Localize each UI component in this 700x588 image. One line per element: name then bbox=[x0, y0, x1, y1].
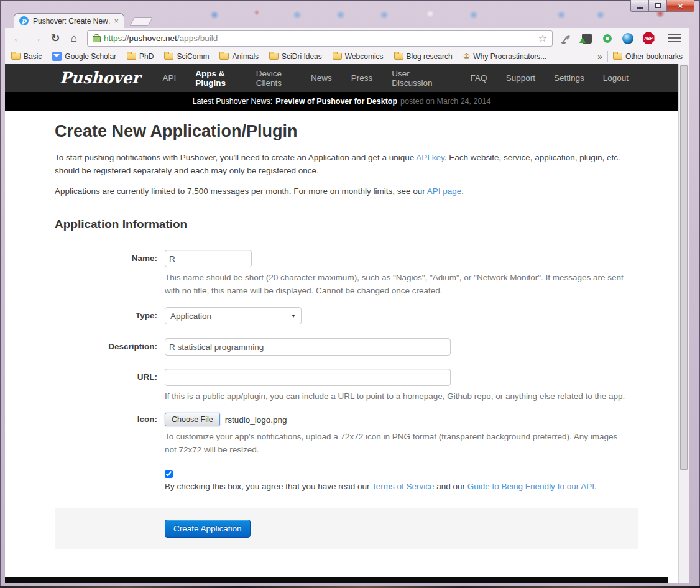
name-input[interactable] bbox=[165, 250, 252, 267]
bookmark-item[interactable]: ♔Why Procrastinators... bbox=[463, 52, 547, 61]
choose-file-button[interactable]: Choose File bbox=[165, 413, 220, 426]
nav-item-faq[interactable]: FAQ bbox=[471, 73, 487, 83]
agree-text-b: and our bbox=[435, 482, 467, 491]
scrollbar-thumb[interactable] bbox=[680, 65, 688, 470]
description-row: Description: bbox=[55, 338, 638, 356]
minimize-icon bbox=[637, 7, 643, 9]
bookmark-item[interactable]: Google Scholar bbox=[52, 52, 116, 61]
name-help: This name should be short (20 character … bbox=[165, 271, 630, 297]
api-key-link[interactable]: API key bbox=[416, 153, 444, 162]
intro-paragraph-2: Applications are currently limited to 7,… bbox=[55, 185, 638, 198]
maximize-button[interactable] bbox=[648, 0, 666, 12]
blue-eye-extension-icon[interactable] bbox=[622, 32, 634, 45]
scrollbar[interactable] bbox=[678, 64, 689, 583]
terms-of-service-link[interactable]: Terms of Service bbox=[372, 482, 435, 491]
pushover-logo[interactable]: Pushover bbox=[60, 64, 140, 92]
bookmarks-overflow-chevron[interactable]: » bbox=[592, 52, 607, 62]
description-label: Description: bbox=[55, 338, 157, 356]
desktop-strip bbox=[0, 586, 700, 588]
form-actions: Create Application bbox=[55, 508, 638, 549]
site-footer-bar bbox=[5, 577, 668, 583]
page-viewport: Pushover API Apps & Plugins Device Clien… bbox=[5, 64, 689, 583]
nav-item-api[interactable]: API bbox=[163, 73, 177, 83]
bookmark-item[interactable]: Basic bbox=[11, 52, 42, 61]
reload-button[interactable]: ↻ bbox=[47, 31, 63, 46]
nav-item-settings[interactable]: Settings bbox=[554, 73, 584, 83]
terms-checkbox[interactable] bbox=[165, 470, 173, 478]
url-label: URL: bbox=[55, 369, 157, 403]
bookmark-star-icon[interactable]: ☆ bbox=[538, 32, 547, 44]
name-row: Name: This name should be short (20 char… bbox=[55, 250, 638, 297]
bookmark-item[interactable]: Webcomics bbox=[333, 52, 384, 61]
chrome-menu-icon[interactable] bbox=[668, 32, 681, 45]
bookmark-item[interactable]: SciComm bbox=[164, 52, 209, 61]
address-bar[interactable]: https://pushover.net/apps/build ☆ bbox=[87, 30, 553, 47]
titlebar[interactable]: p Pushover: Create New Ap × × bbox=[0, 0, 700, 28]
browser-chrome: ← → ↻ ⌂ https://pushover.net/apps/build … bbox=[5, 28, 689, 583]
url-input[interactable] bbox=[165, 369, 451, 386]
navbar-right: FAQ Support Settings Logout bbox=[452, 73, 678, 83]
forward-button[interactable]: → bbox=[29, 31, 45, 46]
other-bookmarks-button[interactable]: Other bookmarks bbox=[613, 52, 683, 61]
close-button[interactable]: × bbox=[666, 0, 694, 12]
intro-paragraph-1: To start pushing notifications with Push… bbox=[55, 151, 638, 177]
browser-tab[interactable]: p Pushover: Create New Ap × bbox=[14, 13, 124, 28]
agreement-row: By checking this box, you agree that you… bbox=[55, 470, 638, 493]
folder-icon bbox=[394, 53, 403, 60]
nav-item-support[interactable]: Support bbox=[506, 73, 535, 83]
browser-toolbar: ← → ↻ ⌂ https://pushover.net/apps/build … bbox=[5, 28, 689, 48]
icon-label: Icon: bbox=[55, 413, 157, 456]
icon-help: To customize your app's notifications, u… bbox=[165, 430, 630, 456]
adblock-plus-icon[interactable]: ABP bbox=[642, 32, 655, 45]
friendly-guide-link[interactable]: Guide to Being Friendly to our API bbox=[467, 482, 594, 491]
tab-title: Pushover: Create New Ap bbox=[33, 17, 110, 25]
url-protocol: https bbox=[104, 34, 122, 43]
bookmark-item[interactable]: Blog research bbox=[394, 52, 453, 61]
https-lock-icon[interactable] bbox=[93, 34, 99, 42]
api-page-link[interactable]: API page bbox=[427, 186, 462, 196]
tab-close-icon[interactable]: × bbox=[113, 17, 120, 25]
bookmark-item[interactable]: PhD bbox=[127, 52, 154, 61]
folder-icon bbox=[11, 53, 21, 60]
extension-row: ABP bbox=[558, 32, 684, 45]
new-tab-button[interactable] bbox=[129, 17, 152, 26]
type-label: Type: bbox=[55, 307, 157, 324]
news-link[interactable]: Preview of Pushover for Desktop bbox=[275, 97, 397, 106]
nav-item-apps-plugins[interactable]: Apps & Plugins bbox=[195, 69, 236, 88]
news-prefix: Latest Pushover News: bbox=[193, 97, 273, 106]
section-title: Application Information bbox=[55, 218, 638, 231]
url-row: URL: If this is a public app/plugin, you… bbox=[55, 369, 638, 403]
agreement-text: By checking this box, you agree that you… bbox=[165, 480, 638, 493]
url-help: If this is a public app/plugin, you can … bbox=[165, 390, 630, 403]
push-upload-extension-icon[interactable] bbox=[581, 32, 593, 45]
folder-icon bbox=[219, 53, 229, 60]
nav-item-press[interactable]: Press bbox=[351, 73, 373, 83]
nav-item-logout[interactable]: Logout bbox=[603, 73, 629, 83]
lamp-extension-icon[interactable] bbox=[560, 32, 573, 45]
close-icon: × bbox=[678, 1, 683, 11]
intro1-text-a: To start pushing notifications with Push… bbox=[55, 153, 416, 162]
reload-icon: ↻ bbox=[51, 32, 60, 45]
pushover-favicon-icon: p bbox=[19, 16, 29, 25]
nav-item-user-discussion[interactable]: User Discussion bbox=[392, 69, 432, 88]
type-select[interactable]: Application ▼ bbox=[165, 307, 302, 324]
folder-icon bbox=[269, 53, 279, 60]
back-button[interactable]: ← bbox=[10, 31, 26, 46]
create-application-button[interactable]: Create Application bbox=[165, 520, 251, 538]
description-input[interactable] bbox=[165, 338, 451, 356]
name-label: Name: bbox=[55, 250, 157, 297]
type-row: Type: Application ▼ bbox=[55, 307, 638, 324]
green-ring-extension-icon[interactable] bbox=[601, 32, 614, 45]
agree-text-a: By checking this box, you agree that you… bbox=[165, 482, 372, 491]
home-button[interactable]: ⌂ bbox=[66, 31, 82, 46]
bookmark-item[interactable]: Animals bbox=[219, 52, 259, 61]
nav-item-device-clients[interactable]: Device Clients bbox=[256, 69, 292, 88]
minimize-button[interactable] bbox=[630, 0, 648, 12]
nav-item-news[interactable]: News bbox=[311, 73, 332, 83]
maximize-icon bbox=[655, 3, 661, 8]
content-container: Create New Application/Plugin To start p… bbox=[55, 122, 638, 549]
bookmark-item[interactable]: SciDri Ideas bbox=[269, 52, 322, 61]
site-navbar: Pushover API Apps & Plugins Device Clien… bbox=[5, 64, 678, 92]
news-banner: Latest Pushover News: Preview of Pushove… bbox=[5, 92, 678, 111]
google-scholar-icon bbox=[52, 52, 62, 61]
